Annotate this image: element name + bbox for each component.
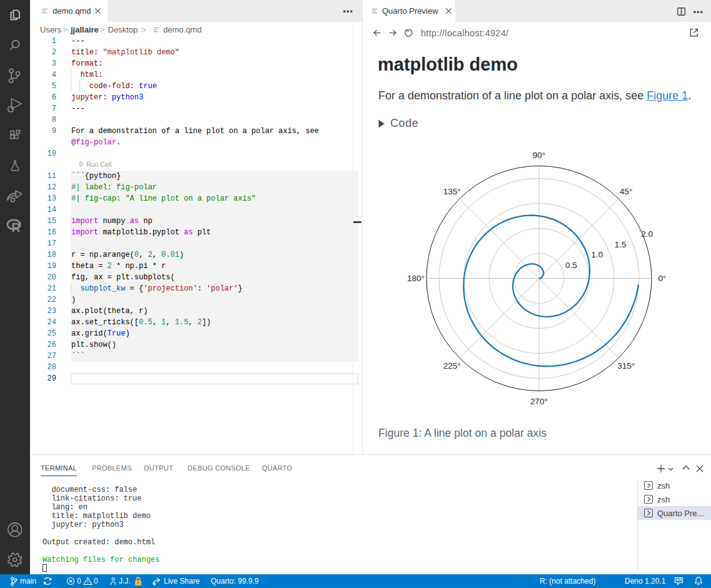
svg-text:R: R (11, 221, 21, 234)
